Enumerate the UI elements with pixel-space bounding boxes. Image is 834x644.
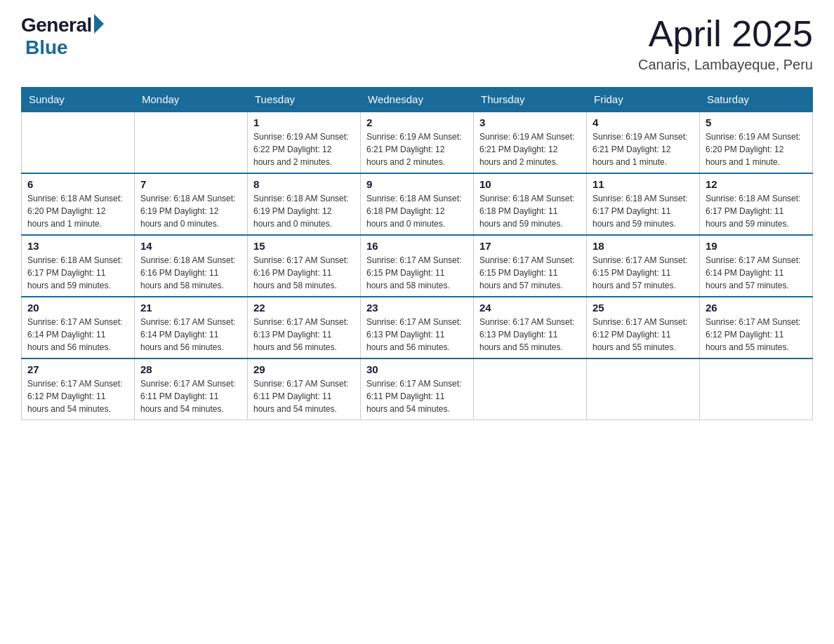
day-info: Sunrise: 6:17 AM Sunset: 6:12 PM Dayligh… <box>27 377 128 415</box>
day-info: Sunrise: 6:17 AM Sunset: 6:15 PM Dayligh… <box>593 254 694 292</box>
calendar-table: SundayMondayTuesdayWednesdayThursdayFrid… <box>21 87 813 420</box>
calendar-cell: 15Sunrise: 6:17 AM Sunset: 6:16 PM Dayli… <box>248 235 361 297</box>
day-number: 29 <box>253 363 355 375</box>
day-info: Sunrise: 6:17 AM Sunset: 6:11 PM Dayligh… <box>253 377 355 415</box>
day-info: Sunrise: 6:17 AM Sunset: 6:15 PM Dayligh… <box>479 254 581 292</box>
day-number: 12 <box>706 178 807 190</box>
day-number: 8 <box>253 178 355 190</box>
day-info: Sunrise: 6:19 AM Sunset: 6:21 PM Dayligh… <box>593 130 694 168</box>
day-number: 20 <box>27 302 128 314</box>
day-number: 26 <box>706 302 807 314</box>
day-info: Sunrise: 6:17 AM Sunset: 6:14 PM Dayligh… <box>706 254 807 292</box>
calendar-cell: 9Sunrise: 6:18 AM Sunset: 6:18 PM Daylig… <box>361 173 474 235</box>
day-number: 7 <box>140 178 241 190</box>
logo-blue-text: Blue <box>25 36 68 59</box>
weekday-header-friday: Friday <box>587 88 700 112</box>
calendar-cell: 18Sunrise: 6:17 AM Sunset: 6:15 PM Dayli… <box>587 235 700 297</box>
day-info: Sunrise: 6:17 AM Sunset: 6:15 PM Dayligh… <box>366 254 468 292</box>
calendar-cell: 27Sunrise: 6:17 AM Sunset: 6:12 PM Dayli… <box>22 358 135 420</box>
calendar-cell: 30Sunrise: 6:17 AM Sunset: 6:11 PM Dayli… <box>361 358 474 420</box>
calendar-cell: 2Sunrise: 6:19 AM Sunset: 6:21 PM Daylig… <box>361 112 474 173</box>
calendar-cell: 28Sunrise: 6:17 AM Sunset: 6:11 PM Dayli… <box>135 358 248 420</box>
day-info: Sunrise: 6:17 AM Sunset: 6:11 PM Dayligh… <box>140 377 241 415</box>
calendar-cell: 6Sunrise: 6:18 AM Sunset: 6:20 PM Daylig… <box>22 173 135 235</box>
day-number: 28 <box>140 363 241 375</box>
day-number: 18 <box>593 240 694 252</box>
day-info: Sunrise: 6:17 AM Sunset: 6:13 PM Dayligh… <box>366 316 468 354</box>
day-info: Sunrise: 6:19 AM Sunset: 6:21 PM Dayligh… <box>366 130 468 168</box>
day-number: 16 <box>366 240 468 252</box>
calendar-cell <box>22 112 135 173</box>
day-number: 3 <box>479 116 581 128</box>
calendar-cell: 1Sunrise: 6:19 AM Sunset: 6:22 PM Daylig… <box>248 112 361 173</box>
day-number: 17 <box>479 240 581 252</box>
calendar-cell: 7Sunrise: 6:18 AM Sunset: 6:19 PM Daylig… <box>135 173 248 235</box>
calendar-cell: 10Sunrise: 6:18 AM Sunset: 6:18 PM Dayli… <box>474 173 587 235</box>
day-number: 25 <box>593 302 694 314</box>
page-header: General Blue April 2025 Canaris, Lambaye… <box>21 14 813 73</box>
logo: General Blue <box>21 14 104 59</box>
day-number: 14 <box>140 240 241 252</box>
calendar-cell: 23Sunrise: 6:17 AM Sunset: 6:13 PM Dayli… <box>361 297 474 358</box>
day-info: Sunrise: 6:17 AM Sunset: 6:12 PM Dayligh… <box>593 316 694 354</box>
calendar-cell: 20Sunrise: 6:17 AM Sunset: 6:14 PM Dayli… <box>22 297 135 358</box>
day-info: Sunrise: 6:18 AM Sunset: 6:19 PM Dayligh… <box>140 192 241 230</box>
calendar-cell <box>474 358 587 420</box>
day-info: Sunrise: 6:17 AM Sunset: 6:14 PM Dayligh… <box>140 316 241 354</box>
month-title: April 2025 <box>638 14 813 54</box>
calendar-week-row: 20Sunrise: 6:17 AM Sunset: 6:14 PM Dayli… <box>22 297 813 358</box>
calendar-cell: 11Sunrise: 6:18 AM Sunset: 6:17 PM Dayli… <box>587 173 700 235</box>
calendar-cell: 19Sunrise: 6:17 AM Sunset: 6:14 PM Dayli… <box>700 235 813 297</box>
calendar-cell: 4Sunrise: 6:19 AM Sunset: 6:21 PM Daylig… <box>587 112 700 173</box>
calendar-cell: 17Sunrise: 6:17 AM Sunset: 6:15 PM Dayli… <box>474 235 587 297</box>
weekday-header-saturday: Saturday <box>700 88 813 112</box>
day-info: Sunrise: 6:19 AM Sunset: 6:20 PM Dayligh… <box>706 130 807 168</box>
calendar-cell: 14Sunrise: 6:18 AM Sunset: 6:16 PM Dayli… <box>135 235 248 297</box>
day-number: 5 <box>706 116 807 128</box>
weekday-header-sunday: Sunday <box>22 88 135 112</box>
day-number: 10 <box>479 178 581 190</box>
calendar-week-row: 1Sunrise: 6:19 AM Sunset: 6:22 PM Daylig… <box>22 112 813 173</box>
day-info: Sunrise: 6:17 AM Sunset: 6:16 PM Dayligh… <box>253 254 355 292</box>
calendar-cell: 24Sunrise: 6:17 AM Sunset: 6:13 PM Dayli… <box>474 297 587 358</box>
day-info: Sunrise: 6:18 AM Sunset: 6:18 PM Dayligh… <box>479 192 581 230</box>
day-number: 2 <box>366 116 468 128</box>
weekday-header-wednesday: Wednesday <box>361 88 474 112</box>
day-info: Sunrise: 6:18 AM Sunset: 6:16 PM Dayligh… <box>140 254 241 292</box>
day-info: Sunrise: 6:19 AM Sunset: 6:21 PM Dayligh… <box>479 130 581 168</box>
location-title: Canaris, Lambayeque, Peru <box>638 57 813 73</box>
day-info: Sunrise: 6:19 AM Sunset: 6:22 PM Dayligh… <box>253 130 355 168</box>
calendar-cell: 25Sunrise: 6:17 AM Sunset: 6:12 PM Dayli… <box>587 297 700 358</box>
calendar-week-row: 27Sunrise: 6:17 AM Sunset: 6:12 PM Dayli… <box>22 358 813 420</box>
calendar-cell <box>700 358 813 420</box>
calendar-cell: 16Sunrise: 6:17 AM Sunset: 6:15 PM Dayli… <box>361 235 474 297</box>
calendar-cell: 13Sunrise: 6:18 AM Sunset: 6:17 PM Dayli… <box>22 235 135 297</box>
day-info: Sunrise: 6:18 AM Sunset: 6:17 PM Dayligh… <box>27 254 128 292</box>
logo-arrow-icon <box>94 14 104 34</box>
calendar-cell: 5Sunrise: 6:19 AM Sunset: 6:20 PM Daylig… <box>700 112 813 173</box>
day-info: Sunrise: 6:17 AM Sunset: 6:12 PM Dayligh… <box>706 316 807 354</box>
weekday-header-thursday: Thursday <box>474 88 587 112</box>
day-info: Sunrise: 6:18 AM Sunset: 6:17 PM Dayligh… <box>593 192 694 230</box>
day-number: 24 <box>479 302 581 314</box>
day-info: Sunrise: 6:18 AM Sunset: 6:18 PM Dayligh… <box>366 192 468 230</box>
calendar-cell: 26Sunrise: 6:17 AM Sunset: 6:12 PM Dayli… <box>700 297 813 358</box>
day-info: Sunrise: 6:17 AM Sunset: 6:13 PM Dayligh… <box>479 316 581 354</box>
logo-general-text: General <box>21 14 92 36</box>
day-number: 27 <box>27 363 128 375</box>
day-number: 23 <box>366 302 468 314</box>
weekday-header-tuesday: Tuesday <box>248 88 361 112</box>
day-number: 19 <box>706 240 807 252</box>
weekday-header-monday: Monday <box>135 88 248 112</box>
day-number: 6 <box>27 178 128 190</box>
day-number: 4 <box>593 116 694 128</box>
day-info: Sunrise: 6:17 AM Sunset: 6:11 PM Dayligh… <box>366 377 468 415</box>
day-info: Sunrise: 6:17 AM Sunset: 6:14 PM Dayligh… <box>27 316 128 354</box>
calendar-cell <box>587 358 700 420</box>
calendar-cell: 29Sunrise: 6:17 AM Sunset: 6:11 PM Dayli… <box>248 358 361 420</box>
weekday-header-row: SundayMondayTuesdayWednesdayThursdayFrid… <box>22 88 813 112</box>
day-info: Sunrise: 6:18 AM Sunset: 6:17 PM Dayligh… <box>706 192 807 230</box>
day-number: 9 <box>366 178 468 190</box>
day-number: 1 <box>253 116 355 128</box>
day-number: 21 <box>140 302 241 314</box>
